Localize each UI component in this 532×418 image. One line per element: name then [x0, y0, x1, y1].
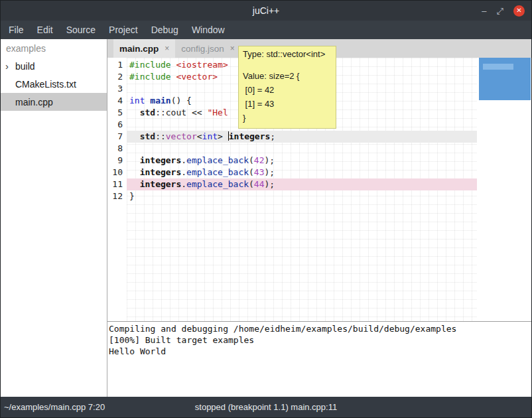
line-number[interactable]: 12 — [107, 190, 127, 202]
tab-close-icon[interactable]: × — [230, 44, 235, 53]
line-number[interactable]: 6 — [107, 119, 127, 131]
line-number[interactable]: 11 — [107, 178, 127, 190]
tooltip-type-label: Type: std::vector<int> — [243, 48, 332, 60]
tab-close-icon[interactable]: × — [165, 44, 169, 53]
project-name: examples — [1, 39, 107, 57]
tooltip-value-block: Value: size=2 { [0] = 42 [1] = 43} — [243, 69, 332, 125]
code-line[interactable]: integers.emplace_back(44); — [127, 178, 477, 190]
line-number[interactable]: 2 — [107, 71, 127, 83]
window-controls: – ⤢ ✕ — [482, 5, 531, 17]
menu-item-source[interactable]: Source — [60, 21, 102, 39]
tooltip-value-line: } — [243, 111, 332, 125]
code-line[interactable]: integers.emplace_back(43); — [127, 167, 477, 178]
terminal-line: [100%] Built target examples — [109, 334, 530, 346]
titlebar[interactable]: juCi++ – ⤢ ✕ — [1, 1, 531, 21]
menu-item-window[interactable]: Window — [185, 21, 232, 39]
line-number[interactable]: 3 — [107, 83, 127, 95]
tree-item-cmakelists.txt[interactable]: CMakeLists.txt — [1, 75, 107, 93]
line-number[interactable]: 8 — [107, 143, 127, 155]
statusbar: ~/examples/main.cpp 7:20 stopped (breakp… — [1, 397, 531, 417]
menubar-items: FileEditSourceProjectDebugWindow — [2, 21, 232, 39]
tooltip-value-line: [1] = 43 — [243, 97, 332, 111]
menu-item-debug[interactable]: Debug — [145, 21, 185, 39]
tab-label: config.json — [181, 44, 224, 54]
window-title: juCi++ — [1, 5, 531, 16]
minimize-button[interactable]: – — [482, 7, 486, 15]
tab-label: main.cpp — [119, 44, 159, 54]
tooltip-value-line: Value: size=2 { — [243, 69, 332, 83]
tree-item-main.cpp[interactable]: main.cpp — [1, 93, 107, 111]
line-number[interactable]: 5 — [107, 107, 127, 119]
code-line[interactable]: std::vector<int> integers; — [127, 131, 477, 143]
app-window: juCi++ – ⤢ ✕ FileEditSourceProjectDebugW… — [0, 0, 532, 418]
main-area: examples ›buildCMakeLists.txtmain.cpp ma… — [1, 39, 531, 397]
debug-value-tooltip: Type: std::vector<int> Value: size=2 { [… — [238, 46, 336, 129]
line-number[interactable]: 7 — [107, 131, 127, 143]
tree-item-build[interactable]: ›build — [1, 57, 107, 75]
tooltip-value-line: [0] = 42 — [243, 83, 332, 97]
minimap-stripe — [483, 64, 513, 70]
editor-column: main.cpp×config.json× 123456789101112 #i… — [107, 39, 531, 397]
tree-item-label: build — [15, 61, 35, 72]
tab-main.cpp[interactable]: main.cpp× — [113, 39, 175, 58]
terminal-line: Compiling and debugging /home/eidheim/ex… — [109, 323, 530, 334]
terminal-line: Hello World — [109, 346, 530, 357]
code-line[interactable]: } — [127, 190, 477, 202]
sidebar: examples ›buildCMakeLists.txtmain.cpp — [1, 39, 107, 397]
output-terminal[interactable]: Compiling and debugging /home/eidheim/ex… — [107, 321, 531, 397]
line-number[interactable]: 4 — [107, 95, 127, 107]
file-tree: ›buildCMakeLists.txtmain.cpp — [1, 57, 107, 111]
close-icon: ✕ — [516, 7, 521, 14]
line-number[interactable]: 10 — [107, 167, 127, 178]
close-button[interactable]: ✕ — [513, 5, 525, 17]
code-line[interactable]: integers.emplace_back(42); — [127, 155, 477, 167]
menu-item-project[interactable]: Project — [102, 21, 145, 39]
tree-item-label: CMakeLists.txt — [15, 79, 76, 90]
menubar: FileEditSourceProjectDebugWindow — [1, 21, 531, 39]
tab-config.json[interactable]: config.json× — [175, 39, 241, 58]
line-number[interactable]: 1 — [107, 59, 127, 71]
code-line[interactable] — [127, 143, 477, 155]
restore-button[interactable]: ⤢ — [497, 7, 503, 15]
minimap[interactable] — [479, 58, 531, 100]
status-file-position: ~/examples/main.cpp 7:20 — [1, 402, 105, 412]
menu-item-file[interactable]: File — [2, 21, 31, 39]
line-number[interactable]: 9 — [107, 155, 127, 167]
line-number-gutter: 123456789101112 — [107, 58, 127, 321]
menu-item-edit[interactable]: Edit — [31, 21, 60, 39]
tree-item-label: main.cpp — [15, 97, 53, 107]
folder-expander-icon[interactable]: › — [5, 61, 15, 71]
tooltip-gap — [243, 60, 332, 69]
editor-right-margin — [477, 58, 531, 321]
